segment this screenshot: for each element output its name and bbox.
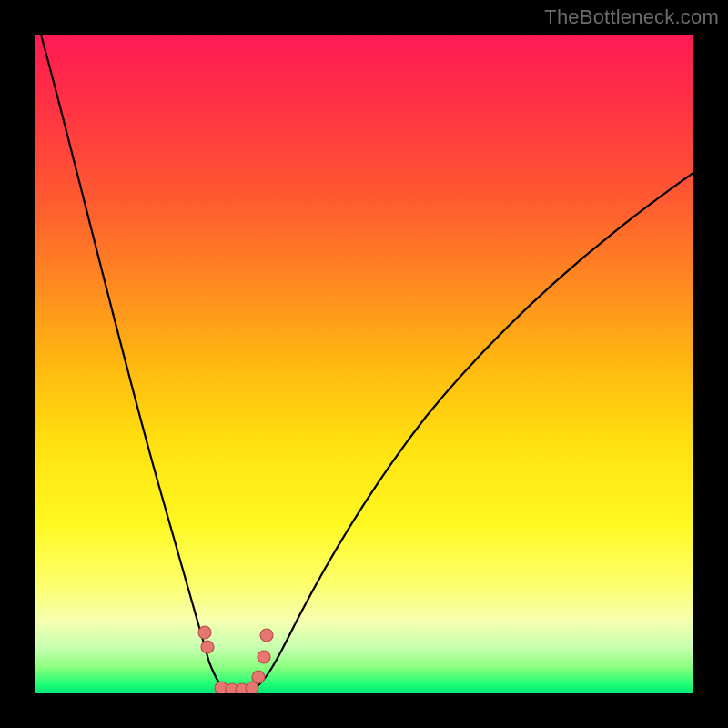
- watermark-text: TheBottleneck.com: [544, 5, 719, 29]
- curve-right-branch: [253, 173, 693, 690]
- marker-point: [252, 671, 265, 683]
- bottleneck-curve: [35, 35, 693, 693]
- marker-point: [201, 641, 214, 653]
- plot-area: [35, 35, 693, 693]
- chart-frame: TheBottleneck.com: [0, 0, 728, 728]
- marker-point: [198, 626, 211, 639]
- marker-point: [258, 651, 270, 663]
- curve-left-branch: [41, 35, 226, 690]
- marker-point: [260, 629, 273, 642]
